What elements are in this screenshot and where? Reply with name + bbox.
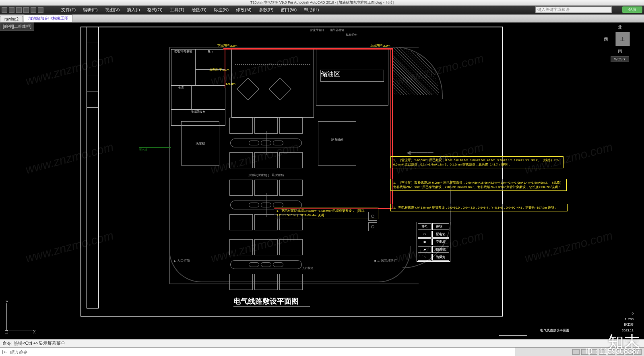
callout-1: 营业厅窗口 xyxy=(310,28,324,32)
nav-north[interactable]: 北 xyxy=(604,24,636,30)
note-box-2: 1、（营业厅）套补线缆ZR-6.0mm² 原已穿管敷设，0.6m+8m+18.6… xyxy=(390,179,567,191)
doc-tab-main[interactable]: 加油站加充电桩竣工图 xyxy=(24,14,73,22)
tank-area: 储油区 xyxy=(316,49,388,106)
dim-label-4: T-9.8m xyxy=(225,82,235,86)
wcs-dropdown[interactable]: WCS ▾ xyxy=(611,56,630,62)
menu-help[interactable]: 帮助(H) xyxy=(304,7,319,13)
menu-file[interactable]: 文件(F) xyxy=(61,7,76,13)
menu-bar: 文件(F) 编辑(E) 视图(V) 插入(I) 格式(O) 工具(T) 绘图(D… xyxy=(61,7,319,13)
crosswalk-label: 人行横道 xyxy=(434,247,447,252)
ucs-x-label: X xyxy=(33,330,36,334)
help-search-input[interactable]: 键入关键字或短语 xyxy=(535,6,612,13)
convenience-store xyxy=(231,49,314,118)
legend-table: 符号说明 ▭配电箱 ◉充电桩 ▰摄像机 ○防爆灯 xyxy=(417,222,450,262)
legend-r2: 充电桩 xyxy=(432,238,449,245)
legend-r4: 防爆灯 xyxy=(432,254,449,261)
nav-west[interactable]: 西 xyxy=(604,36,608,42)
carwash-bay: 洗车机 xyxy=(181,121,219,166)
menu-window[interactable]: 窗口(W) xyxy=(281,7,297,13)
brand-id: ID：1159308387 xyxy=(585,346,640,356)
command-history: 命令: 热键<Ctrl +>显示屏幕菜单 xyxy=(0,339,644,347)
callout-2: 消防器材箱 xyxy=(330,28,344,32)
menu-format[interactable]: 格式(O) xyxy=(147,7,163,13)
lamppost-label: ■ 17米高杆路灯 xyxy=(374,259,397,263)
cable-run-top2 xyxy=(223,49,392,50)
menu-annotate[interactable]: 标注(N) xyxy=(214,7,229,13)
room-dining: 餐厅 xyxy=(195,49,225,69)
qat-open-icon[interactable] xyxy=(9,7,14,13)
fuel-room: 1F 加油间 xyxy=(318,121,356,166)
login-button[interactable]: 登录 xyxy=(622,6,642,13)
ucs-y-label: Y xyxy=(6,300,8,304)
entry-label-1: 入口 xyxy=(439,155,446,161)
pump-island-1 xyxy=(230,139,302,147)
title-bar: T20天正电气软件 V9.0 For Autodesk AutoCAD 2019… xyxy=(0,0,644,6)
app-title: T20天正电气软件 V9.0 For Autodesk AutoCAD 2019… xyxy=(250,0,394,5)
drawing-canvas[interactable]: 变电间 电表箱 餐厅 仓库 资源回收室 储油区 下端明孔2.8m 上端明孔2.9… xyxy=(0,23,644,339)
drawing-title: 电气线路敷设平面图 xyxy=(233,296,299,306)
tb-scale: 1: 200 xyxy=(622,317,634,322)
dim-label-2: 上端明孔2.9m xyxy=(370,43,390,48)
quick-access-bar: 文件(F) 编辑(E) 视图(V) 插入(I) 格式(O) 工具(T) 绘图(D… xyxy=(0,6,644,14)
title-block: 0 1: 200 设工程 2023.11 电气线路敷设平面图 xyxy=(622,311,634,333)
qat-undo-icon[interactable] xyxy=(23,7,29,13)
nav-south[interactable]: 南 xyxy=(604,48,636,54)
graphic-scale xyxy=(499,335,527,336)
signbox-label: ▲ 入口灯箱 xyxy=(173,259,190,263)
tank-label: 储油区 xyxy=(320,70,384,82)
qat-plot-icon[interactable] xyxy=(38,7,43,13)
room-transformer: 变电间 电表箱 xyxy=(171,49,195,85)
charger-symbols xyxy=(368,212,377,233)
crosswalk-area: 人行横道 xyxy=(221,266,394,270)
dim-label-1: 下端明孔2.8m xyxy=(217,43,237,48)
canopy-label: 加油站(加油篷) (一层加油篷) xyxy=(229,173,303,177)
menu-param[interactable]: 参数(P) xyxy=(259,7,274,13)
entry-arrow-icon: ◂──── xyxy=(407,147,433,157)
tb-project: 设工程 xyxy=(622,322,634,328)
note-box-4: 1、充电桩消防线缆1x4Omm²+1x35mm² 电缆桥架敷设，（现以1.2m*… xyxy=(274,207,378,219)
tb-scale0: 0 xyxy=(622,311,634,317)
legend-h2: 说明 xyxy=(432,223,449,230)
drain-line: 雨水线 xyxy=(139,147,171,148)
qat-save-icon[interactable] xyxy=(16,7,22,13)
menu-view[interactable]: 视图(V) xyxy=(105,7,120,13)
menu-insert[interactable]: 插入(I) xyxy=(127,7,140,13)
note-box-3: 1、充电桩线缆YJV-1.6mm² 穿管敷设，6.0+90.0，0.6+43.0… xyxy=(390,204,568,211)
qat-new-icon[interactable] xyxy=(2,7,7,13)
menu-edit[interactable]: 编辑(E) xyxy=(83,7,98,13)
view-cube[interactable]: 北 西 上 南 WCS ▾ xyxy=(604,24,636,64)
callout-3: 防撞护栏 xyxy=(346,33,357,37)
dim-label-3: 底部孔下1.1m xyxy=(209,68,229,72)
qat-redo-icon[interactable] xyxy=(31,7,36,13)
menu-draw[interactable]: 绘图(D) xyxy=(192,7,206,13)
menu-modify[interactable]: 修改(M) xyxy=(236,7,252,13)
room-store: 仓库 xyxy=(171,85,191,110)
menu-tools[interactable]: 工具(T) xyxy=(170,7,184,13)
note-box-1: 1、（营业厅）YJV 6mm² 原已敷设，0.6m+6m+16.6m+0.6m+… xyxy=(390,156,564,168)
nav-cube-top[interactable]: 上 xyxy=(615,32,630,46)
shelving-icon xyxy=(235,53,310,65)
viewport-label[interactable]: [俯视][二维线框] xyxy=(0,23,34,31)
room-5 xyxy=(191,85,225,110)
island-1 xyxy=(237,78,260,101)
command-input[interactable] xyxy=(10,350,515,354)
document-tabs: rawing2 加油站加充电桩竣工图 xyxy=(0,14,644,23)
command-line[interactable]: ▷- xyxy=(0,347,515,356)
binding-margin xyxy=(87,27,99,308)
island-2 xyxy=(269,78,292,101)
legend-r1: 配电箱 xyxy=(432,231,449,238)
command-prompt-icon: ▷- xyxy=(0,349,10,354)
legend-h1: 符号 xyxy=(418,223,431,230)
status-model-icon[interactable] xyxy=(572,349,580,355)
doc-tab-drawing2[interactable]: rawing2 xyxy=(0,16,23,22)
tb-name: 电气线路敷设平面图 xyxy=(540,328,569,333)
title-underline xyxy=(233,306,310,306)
